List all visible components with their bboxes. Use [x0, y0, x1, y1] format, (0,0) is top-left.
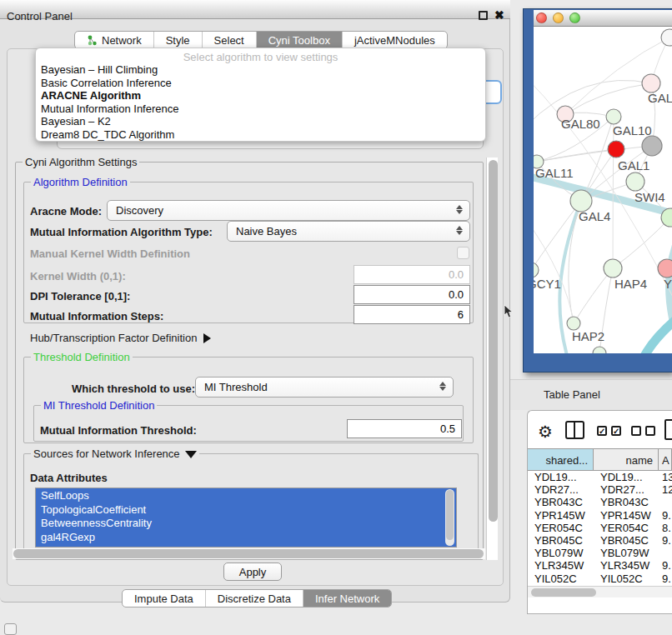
- mi-type-combo[interactable]: Naive Bayes: [227, 221, 470, 242]
- node-label: Y: [664, 277, 672, 291]
- attribute-item-selected[interactable]: gal4RGexp: [36, 530, 456, 544]
- mi-threshold-label: Mutual Information Threshold:: [40, 424, 197, 437]
- attr-list-scrollbar[interactable]: [445, 489, 454, 546]
- data-attributes-label: Data Attributes: [30, 472, 108, 484]
- deselect-all-icon[interactable]: [645, 426, 655, 436]
- algorithm-option[interactable]: Dream8 DC_TDC Algorithm: [36, 128, 485, 142]
- node-label: GAL4: [579, 209, 610, 223]
- attribute-item-selected[interactable]: SelfLoops: [36, 488, 456, 502]
- table-row[interactable]: YDR27...YDR27...12: [528, 483, 672, 496]
- column-header-name[interactable]: name: [594, 449, 659, 470]
- table-cell: 8.: [659, 522, 672, 534]
- tab-jactivemnodules[interactable]: jActiveMNodules: [343, 32, 447, 48]
- table-panel-title: Table Panel: [544, 388, 600, 401]
- sources-group-title[interactable]: Sources for Network Inference: [31, 448, 199, 460]
- network-edge: [534, 218, 574, 323]
- table-row[interactable]: YBL079WYBL079W: [528, 547, 672, 559]
- network-icon: [87, 35, 98, 46]
- table-cell: YBR045C: [528, 534, 594, 547]
- chevron-down-icon: [185, 451, 197, 458]
- network-node[interactable]: [593, 347, 606, 353]
- tab-infer-network[interactable]: Infer Network: [303, 590, 391, 607]
- network-node[interactable]: [642, 136, 662, 156]
- table-row[interactable]: YBR045CYBR045C9.: [528, 534, 672, 547]
- network-node-gal10[interactable]: [606, 109, 621, 124]
- mi-steps-field[interactable]: 6: [354, 305, 470, 324]
- tab-impute-data[interactable]: Impute Data: [123, 590, 206, 607]
- table-cell: [659, 547, 672, 559]
- aracne-mode-combo[interactable]: Discovery: [107, 200, 470, 221]
- network-node-gal1[interactable]: [626, 172, 644, 191]
- tab-select[interactable]: Select: [203, 32, 257, 48]
- network-node-hap2[interactable]: [567, 317, 580, 330]
- table-row[interactable]: YIL052CYIL052C9.: [528, 572, 672, 585]
- select-all-checked-icon[interactable]: ✓: [597, 426, 607, 436]
- table-cell: 9.: [659, 572, 672, 585]
- table-cell: [659, 496, 672, 508]
- table-row[interactable]: YBR043CYBR043C: [528, 496, 672, 508]
- table-row[interactable]: YER054CYER054C8.: [528, 522, 672, 534]
- combo-stepper-icon: [456, 204, 464, 215]
- table-header-row: shared... name A: [528, 448, 672, 471]
- deselect-all-icon[interactable]: [631, 426, 641, 436]
- network-node[interactable]: [608, 141, 624, 158]
- document-icon[interactable]: [664, 419, 672, 440]
- algorithm-option[interactable]: Bayesian – Hill Climbing: [36, 63, 485, 77]
- table-cell: YPR145W: [594, 509, 659, 522]
- table-row[interactable]: YDL19...YDL19...13: [528, 471, 672, 483]
- mac-minimize-icon[interactable]: [553, 12, 564, 23]
- apply-button[interactable]: Apply: [223, 562, 282, 581]
- mi-type-value: Naive Bayes: [236, 225, 297, 238]
- table-row[interactable]: YLR345WYLR345W9.: [528, 559, 672, 572]
- network-node-gcy1[interactable]: [534, 262, 539, 278]
- table-cell: 12: [659, 483, 672, 496]
- manual-kernel-checkbox[interactable]: [457, 247, 469, 259]
- attribute-item-selected[interactable]: TopologicalCoefficient: [36, 502, 456, 517]
- table-cell: YDR27...: [594, 483, 659, 496]
- table-cell: 9.: [659, 509, 672, 522]
- close-icon[interactable]: ✖: [494, 8, 504, 22]
- network-node-gal[interactable]: [642, 74, 660, 92]
- network-node-y[interactable]: [658, 259, 672, 278]
- table-horizontal-scrollbar[interactable]: [528, 586, 672, 598]
- cyni-bottom-tab-bar: Impute DataDiscretize DataInfer Network: [122, 589, 392, 608]
- column-header-shared-name[interactable]: shared...: [528, 449, 594, 470]
- panel-grip-icon[interactable]: [4, 623, 17, 635]
- network-edge: [574, 268, 613, 323]
- network-canvas[interactable]: GALGAL80GAL10GAL1GAL11SWI4GAL4GCY1HAP4YH…: [534, 27, 672, 353]
- settings-horizontal-scrollbar[interactable]: [13, 548, 485, 559]
- tab-style[interactable]: Style: [154, 32, 203, 48]
- algorithm-option[interactable]: ARACNE Algorithm: [36, 89, 485, 102]
- column-header-partial[interactable]: A: [659, 449, 672, 470]
- mac-zoom-icon[interactable]: [569, 12, 580, 23]
- tab-discretize-data[interactable]: Discretize Data: [206, 590, 303, 607]
- select-all-checked-icon[interactable]: ✓: [611, 426, 621, 436]
- float-window-icon[interactable]: [479, 11, 488, 20]
- table-row[interactable]: YPR145WYPR145W9.: [528, 509, 672, 522]
- data-attributes-list[interactable]: SelfLoopsTopologicalCoefficientBetweenne…: [35, 488, 457, 548]
- mac-close-icon[interactable]: [536, 12, 547, 23]
- tab-network[interactable]: Network: [75, 32, 154, 48]
- network-node[interactable]: [661, 29, 672, 46]
- network-node-hap4[interactable]: [604, 259, 622, 278]
- gear-icon[interactable]: ⚙: [538, 422, 553, 442]
- algorithm-option[interactable]: Mutual Information Inference: [36, 102, 485, 116]
- which-threshold-combo[interactable]: MI Threshold: [195, 377, 454, 398]
- hub-definition-expander[interactable]: Hub/Transcription Factor Definition: [30, 332, 211, 344]
- settings-vertical-scrollbar[interactable]: [486, 158, 498, 560]
- attribute-item-selected[interactable]: BetweennessCentrality: [36, 516, 456, 530]
- node-label: GCY1: [534, 277, 561, 291]
- algorithm-option[interactable]: Bayesian – K2: [36, 115, 485, 128]
- node-label: GAL: [648, 91, 672, 105]
- mi-threshold-field[interactable]: 0.5: [347, 419, 462, 438]
- tab-cyni-toolbox[interactable]: Cyni Toolbox: [257, 32, 343, 48]
- kernel-width-field[interactable]: 0.0: [354, 265, 470, 284]
- algorithm-option[interactable]: Basic Correlation Inference: [36, 77, 485, 90]
- split-columns-icon[interactable]: [565, 421, 584, 439]
- dpi-tolerance-field[interactable]: 0.0: [354, 285, 470, 304]
- network-edge: [565, 83, 651, 114]
- table-cell: YIL052C: [528, 572, 594, 585]
- table-body: YDL19...YDL19...13YDR27...YDR27...12YBR0…: [528, 471, 672, 585]
- hub-definition-label: Hub/Transcription Factor Definition: [30, 332, 197, 344]
- network-edge: [613, 117, 614, 268]
